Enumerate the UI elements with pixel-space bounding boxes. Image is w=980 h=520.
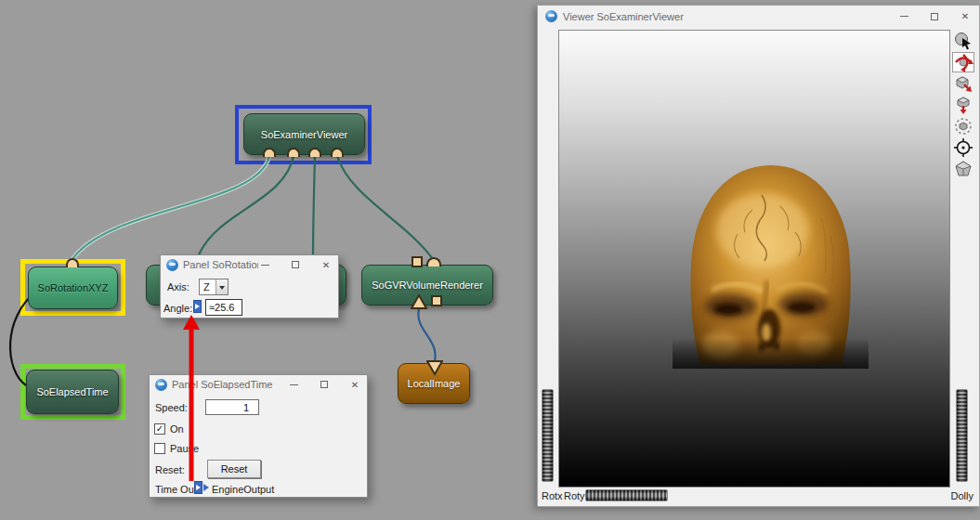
- angle-field[interactable]: ≈25.6: [205, 299, 242, 316]
- on-label: On: [170, 423, 184, 435]
- localimage-output-triangle[interactable]: [426, 360, 443, 376]
- param-connected-icon: [193, 300, 202, 313]
- node-soexaminerviewer[interactable]: SoExaminerViewer: [243, 113, 365, 155]
- close-icon[interactable]: ✕: [320, 258, 333, 271]
- examiner-output-connector-4[interactable]: [331, 148, 344, 157]
- node-sorotationxyz[interactable]: SoRotationXYZ: [28, 266, 118, 309]
- speed-field[interactable]: 1: [205, 399, 259, 415]
- reset-label: Reset:: [155, 464, 185, 475]
- gvr-image-input-triangle[interactable]: [411, 294, 427, 310]
- rotation-input-connector[interactable]: [66, 258, 79, 267]
- speed-value: 1: [243, 402, 249, 413]
- engine-output-arrow-icon: [203, 484, 209, 491]
- close-icon[interactable]: ✕: [959, 10, 972, 23]
- minimize-button[interactable]: [897, 10, 910, 23]
- node-label: SoRotationXYZ: [38, 282, 109, 293]
- roty-thumbwheel[interactable]: [585, 489, 668, 501]
- roty-label: Roty: [564, 490, 585, 501]
- panel-sorotation-titlebar[interactable]: Panel SoRotation... ✕: [161, 255, 338, 274]
- view-all-icon[interactable]: [952, 137, 974, 158]
- maximize-button[interactable]: [928, 10, 941, 23]
- panel-sorotation: Panel SoRotation... ✕ Axis: Z Angle: ≈25…: [160, 254, 339, 318]
- engine-output-icon: [194, 481, 203, 494]
- viewer-window: Viewer SoExaminerViewer ✕: [537, 5, 980, 507]
- node-label: SoExaminerViewer: [261, 129, 347, 140]
- network-editor-canvas[interactable]: SoExaminerViewer SoRotationXYZ SoElapsed…: [0, 0, 537, 520]
- zoom-mode-icon[interactable]: [952, 95, 974, 115]
- pause-label: Pause: [170, 443, 199, 454]
- rotx-label: Rotx: [542, 490, 563, 501]
- volume-rendered-head: [673, 162, 869, 369]
- rotx-thumbwheel[interactable]: [542, 389, 554, 482]
- viewer-titlebar[interactable]: Viewer SoExaminerViewer ✕: [538, 6, 979, 27]
- dropdown-button[interactable]: [216, 280, 228, 294]
- dolly-thumbwheel[interactable]: [956, 389, 968, 482]
- minimize-button[interactable]: [258, 258, 271, 271]
- 3d-viewport[interactable]: [558, 30, 950, 488]
- node-label: LocalImage: [408, 378, 461, 389]
- chevron-down-icon: [219, 286, 225, 290]
- node-sogvrvolumerenderer[interactable]: SoGVRVolumeRenderer: [361, 265, 493, 306]
- timeout-label: Time Out:: [155, 484, 200, 495]
- camera-type-icon[interactable]: [952, 159, 974, 179]
- dolly-label: Dolly: [951, 490, 973, 501]
- seek-icon[interactable]: [952, 116, 974, 136]
- mevislab-logo-icon: [545, 10, 557, 22]
- timeout-value: EngineOutput: [212, 484, 274, 495]
- pan-mode-icon[interactable]: [952, 73, 974, 94]
- mevislab-workspace: SoExaminerViewer SoRotationXYZ SoElapsed…: [0, 0, 980, 520]
- image-connection-gvr-localimage[interactable]: [418, 309, 435, 361]
- minimize-button[interactable]: [287, 378, 300, 391]
- angle-value: ≈25.6: [209, 302, 234, 313]
- viewer-toolbar: [950, 31, 976, 179]
- speed-label: Speed:: [155, 402, 188, 413]
- viewer-title: Viewer SoExaminerViewer: [563, 11, 897, 22]
- axis-label: Axis:: [167, 281, 189, 292]
- node-label: SoElapsedTime: [36, 386, 108, 397]
- axis-value: Z: [203, 281, 210, 292]
- examiner-output-connector-2[interactable]: [287, 148, 300, 157]
- gvr-input-scene-connector[interactable]: [426, 257, 441, 266]
- panel-soelapsedtime-titlebar[interactable]: Panel SoElapsedTime ✕: [150, 375, 367, 394]
- scene-connection-examiner-hidden1[interactable]: [198, 156, 294, 257]
- angle-label: Angle:: [163, 303, 192, 314]
- reset-button[interactable]: Reset: [207, 460, 261, 478]
- rotate-mode-icon[interactable]: [952, 52, 974, 72]
- interact-mode-icon[interactable]: [952, 31, 974, 51]
- mevislab-logo-icon: [166, 259, 178, 271]
- scene-connection-examiner-hidden2[interactable]: [313, 156, 315, 257]
- node-soelapsedtime[interactable]: SoElapsedTime: [26, 370, 119, 414]
- pause-checkbox-unchecked[interactable]: [154, 443, 165, 454]
- on-checkbox-checked[interactable]: ✓: [154, 423, 165, 435]
- axis-dropdown[interactable]: Z: [199, 279, 229, 295]
- viewer-bottom-bar: Rotx Roty Dolly: [538, 487, 979, 506]
- panel-title: Panel SoRotation...: [183, 259, 258, 270]
- mevislab-logo-icon: [155, 379, 167, 391]
- scene-connection-halo: [72, 156, 269, 259]
- examiner-output-connector-3[interactable]: [308, 148, 321, 157]
- maximize-button[interactable]: [289, 258, 302, 271]
- examiner-output-connector-1[interactable]: [263, 148, 276, 157]
- panel-soelapsedtime: Panel SoElapsedTime ✕ Speed: 1 ✓ On Paus…: [149, 374, 368, 498]
- gvr-output-square-connector[interactable]: [431, 295, 442, 306]
- maximize-button[interactable]: [318, 378, 331, 391]
- panel-title: Panel SoElapsedTime: [172, 379, 287, 390]
- node-label: SoGVRVolumeRenderer: [372, 280, 483, 291]
- gvr-input-square-connector[interactable]: [412, 256, 423, 267]
- close-icon[interactable]: ✕: [348, 378, 361, 391]
- scene-connection-examiner-gvr[interactable]: [337, 156, 433, 259]
